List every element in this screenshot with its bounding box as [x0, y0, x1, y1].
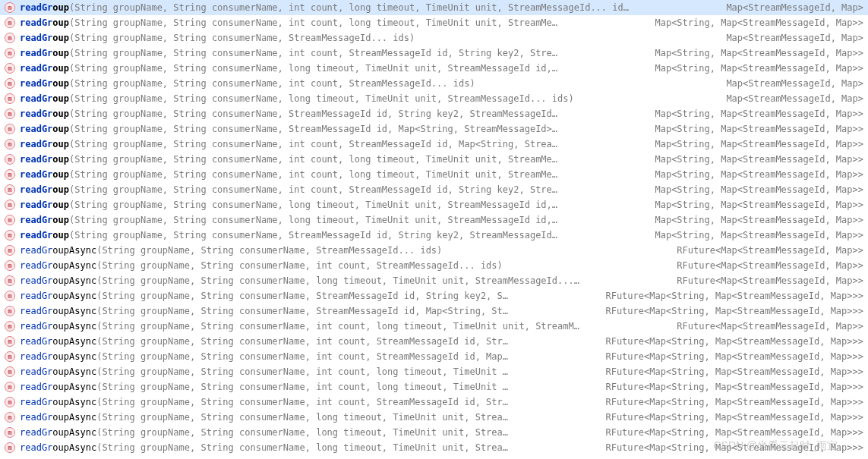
completion-signature: readGroup(String groupName, String consu… — [20, 78, 717, 89]
completion-signature: readGroupAsync(String groupName, String … — [20, 245, 668, 256]
completion-params: (String groupName, String consumerName, … — [69, 78, 475, 89]
completion-item[interactable]: mreadGroupAsync(String groupName, String… — [0, 440, 868, 455]
completion-return-type: RFuture<Map<String, Map<StreamMessageId,… — [596, 291, 863, 301]
completion-return-type: Map<String, Map<StreamMessageId, Map>> — [645, 108, 863, 119]
method-icon: m — [5, 442, 15, 453]
completion-item[interactable]: mreadGroup(String groupName, String cons… — [0, 228, 868, 243]
completion-signature: readGroup(String groupName, String consu… — [20, 139, 645, 149]
completion-params: (String groupName, String consumerName, … — [69, 93, 574, 104]
completion-return-type: RFuture<Map<String, Map<StreamMessageId,… — [596, 382, 863, 392]
completion-signature: readGroupAsync(String groupName, String … — [20, 321, 668, 332]
completion-item[interactable]: mreadGroupAsync(String groupName, String… — [0, 243, 868, 258]
completion-params: (String groupName, String consumerName, … — [69, 230, 557, 241]
completion-return-type: Map<String, Map<StreamMessageId, Map>> — [645, 17, 863, 28]
completion-params: (String groupName, String consumerName, … — [96, 397, 508, 407]
completion-item[interactable]: mreadGroupAsync(String groupName, String… — [0, 349, 868, 364]
completion-item[interactable]: mreadGroupAsync(String groupName, String… — [0, 303, 868, 319]
completion-return-type: Map<String, Map<StreamMessageId, Map>> — [645, 154, 863, 165]
method-icon: m — [5, 93, 15, 104]
method-icon: m — [5, 200, 15, 210]
completion-signature: readGroup(String groupName, String consu… — [20, 200, 645, 210]
completion-signature: readGroupAsync(String groupName, String … — [20, 442, 596, 453]
completion-item[interactable]: mreadGroupAsync(String groupName, String… — [0, 319, 868, 334]
completion-signature: readGroup(String groupName, String consu… — [20, 2, 717, 13]
method-icon: m — [5, 397, 15, 407]
completion-item[interactable]: mreadGroup(String groupName, String cons… — [0, 197, 868, 212]
completion-return-type: RFuture<Map<String, Map<StreamMessageId,… — [596, 306, 863, 316]
completion-item[interactable]: mreadGroup(String groupName, String cons… — [0, 167, 868, 182]
completion-item[interactable]: mreadGroup(String groupName, String cons… — [0, 61, 868, 76]
completion-item[interactable]: mreadGroupAsync(String groupName, String… — [0, 364, 868, 379]
completion-signature: readGroup(String groupName, String consu… — [20, 17, 645, 28]
completion-item[interactable]: mreadGroup(String groupName, String cons… — [0, 0, 868, 15]
completion-params: (String groupName, String consumerName, … — [96, 306, 508, 316]
completion-params: (String groupName, String consumerName, … — [69, 33, 415, 43]
completion-return-type: RFuture<Map<String, Map<StreamMessageId,… — [596, 427, 863, 438]
completion-item[interactable]: mreadGroup(String groupName, String cons… — [0, 106, 868, 121]
completion-return-type: RFuture<Map<String, Map<StreamMessageId,… — [596, 397, 863, 407]
completion-item[interactable]: mreadGroupAsync(String groupName, String… — [0, 425, 868, 440]
completion-return-type: Map<String, Map<StreamMessageId, Map>> — [645, 124, 863, 134]
completion-params: (String groupName, String consumerName, … — [96, 382, 508, 392]
completion-signature: readGroup(String groupName, String consu… — [20, 215, 645, 225]
method-icon: m — [5, 427, 15, 438]
completion-item[interactable]: mreadGroup(String groupName, String cons… — [0, 91, 868, 106]
method-icon: m — [5, 139, 15, 149]
completion-item[interactable]: mreadGroup(String groupName, String cons… — [0, 30, 868, 46]
completion-return-type: RFuture<Map<String, Map<StreamMessageId,… — [596, 366, 863, 377]
completion-return-type: RFuture<Map<StreamMessageId, Map>> — [668, 245, 863, 256]
completion-return-type: Map<String, Map<StreamMessageId, Map>> — [645, 139, 863, 149]
method-icon: m — [5, 291, 15, 301]
completion-item[interactable]: mreadGroup(String groupName, String cons… — [0, 212, 868, 228]
completion-return-type: RFuture<Map<StreamMessageId, Map>> — [668, 321, 863, 332]
completion-return-type: Map<String, Map<StreamMessageId, Map>> — [645, 230, 863, 241]
completion-params: (String groupName, String consumerName, … — [96, 291, 508, 301]
completion-params: (String groupName, String consumerName, … — [69, 17, 557, 28]
completion-return-type: Map<String, Map<StreamMessageId, Map>> — [645, 169, 863, 180]
completion-item[interactable]: mreadGroup(String groupName, String cons… — [0, 46, 868, 61]
completion-signature: readGroupAsync(String groupName, String … — [20, 275, 668, 286]
completion-signature: readGroup(String groupName, String consu… — [20, 48, 645, 58]
completion-item[interactable]: mreadGroup(String groupName, String cons… — [0, 137, 868, 152]
method-icon: m — [5, 17, 15, 28]
completion-signature: readGroupAsync(String groupName, String … — [20, 336, 596, 347]
completion-signature: readGroupAsync(String groupName, String … — [20, 397, 596, 407]
completion-return-type: Map<StreamMessageId, Map> — [717, 33, 863, 43]
method-icon: m — [5, 2, 15, 13]
completion-signature: readGroup(String groupName, String consu… — [20, 230, 645, 241]
method-icon: m — [5, 260, 15, 271]
completion-params: (String groupName, String consumerName, … — [69, 124, 557, 134]
completion-params: (String groupName, String consumerName, … — [69, 169, 557, 180]
completion-item[interactable]: mreadGroupAsync(String groupName, String… — [0, 288, 868, 303]
method-icon: m — [5, 48, 15, 58]
method-icon: m — [5, 336, 15, 347]
method-icon: m — [5, 169, 15, 180]
completion-return-type: Map<StreamMessageId, Map> — [717, 93, 863, 104]
method-icon: m — [5, 78, 15, 89]
completion-item[interactable]: mreadGroup(String groupName, String cons… — [0, 152, 868, 167]
method-icon: m — [5, 154, 15, 165]
completion-params: (String groupName, String consumerName, … — [69, 2, 629, 13]
completion-item[interactable]: mreadGroup(String groupName, String cons… — [0, 76, 868, 91]
method-icon: m — [5, 275, 15, 286]
completion-signature: readGroup(String groupName, String consu… — [20, 154, 645, 165]
completion-item[interactable]: mreadGroup(String groupName, String cons… — [0, 182, 868, 197]
completion-item[interactable]: mreadGroupAsync(String groupName, String… — [0, 273, 868, 288]
completion-return-type: RFuture<Map<String, Map<StreamMessageId,… — [596, 351, 863, 362]
completion-item[interactable]: mreadGroupAsync(String groupName, String… — [0, 410, 868, 425]
completion-item[interactable]: mreadGroupAsync(String groupName, String… — [0, 334, 868, 349]
method-icon: m — [5, 366, 15, 377]
completion-return-type: RFuture<Map<String, Map<StreamMessageId,… — [596, 336, 863, 347]
completion-params: (String groupName, String consumerName, … — [96, 366, 508, 377]
completion-item[interactable]: mreadGroup(String groupName, String cons… — [0, 15, 868, 30]
method-icon: m — [5, 33, 15, 43]
completion-item[interactable]: mreadGroup(String groupName, String cons… — [0, 121, 868, 137]
method-icon: m — [5, 230, 15, 241]
completion-return-type: RFuture<Map<String, Map<StreamMessageId,… — [596, 412, 863, 423]
completion-return-type: Map<String, Map<StreamMessageId, Map>> — [645, 48, 863, 58]
completion-item[interactable]: mreadGroupAsync(String groupName, String… — [0, 258, 868, 273]
completion-signature: readGroup(String groupName, String consu… — [20, 93, 717, 104]
completion-item[interactable]: mreadGroupAsync(String groupName, String… — [0, 395, 868, 410]
completion-item[interactable]: mreadGroupAsync(String groupName, String… — [0, 379, 868, 395]
method-icon: m — [5, 412, 15, 423]
